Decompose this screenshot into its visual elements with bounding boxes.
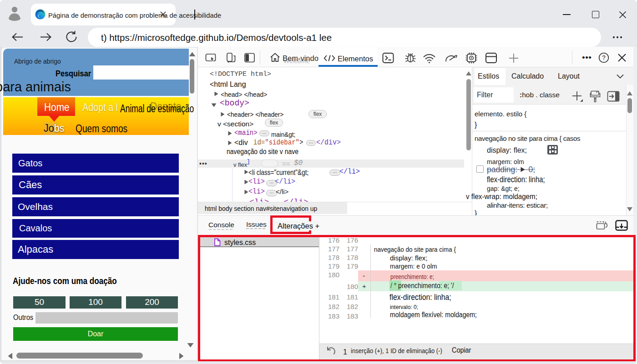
svg-text:?: ? — [602, 54, 606, 61]
